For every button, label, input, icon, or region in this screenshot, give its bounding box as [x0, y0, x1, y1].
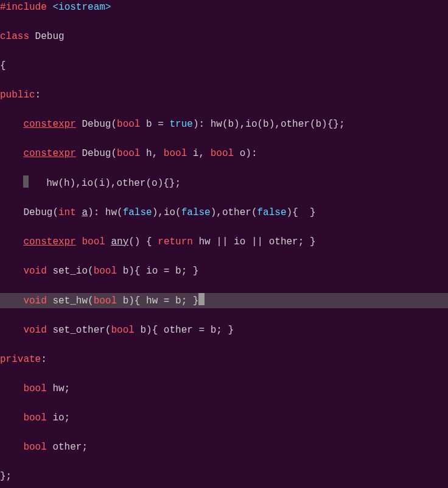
code-token: b = — [140, 119, 169, 130]
code-line: bool hw; — [0, 381, 448, 396]
code-token: void — [23, 266, 46, 277]
code-token: true — [169, 119, 192, 130]
code-token — [0, 325, 23, 336]
code-token: ),other( — [211, 207, 257, 218]
code-token: false — [257, 207, 287, 218]
code-token: : — [35, 90, 41, 101]
code-token: bool — [23, 412, 46, 423]
code-token: void — [23, 325, 46, 336]
code-line: }; — [0, 469, 448, 484]
code-token — [0, 236, 23, 247]
code-token: i, — [187, 148, 210, 159]
code-line: bool io; — [0, 411, 448, 425]
code-token: { — [0, 60, 6, 71]
code-token — [0, 119, 23, 130]
code-editor[interactable]: #include <iostream> class Debug { public… — [0, 0, 448, 488]
code-token: Debug( — [0, 207, 58, 218]
code-token: constexpr — [23, 148, 75, 159]
code-token: bool — [82, 236, 105, 247]
code-token: constexpr — [23, 236, 75, 247]
code-line: Debug(int a): hw(false),io(false),other(… — [0, 205, 448, 220]
code-line: void set_hw(bool b){ hw = b; } — [0, 293, 448, 308]
code-token: hw || io || other; } — [193, 236, 316, 247]
code-token: bool — [23, 442, 46, 453]
code-token: any — [111, 236, 128, 247]
code-token: hw; — [47, 383, 70, 394]
code-token: Debug( — [76, 148, 117, 159]
code-line: constexpr bool any() { return hw || io |… — [0, 235, 448, 249]
code-token: () { — [128, 236, 158, 247]
code-token: class — [0, 31, 29, 42]
code-line: private: — [0, 352, 448, 367]
code-line: #include <iostream> — [0, 0, 448, 15]
code-token: : — [41, 354, 47, 365]
code-token: a — [82, 207, 88, 218]
code-token: h, — [140, 148, 163, 159]
code-token: <iostream> — [52, 2, 111, 13]
code-line: { — [0, 58, 448, 73]
code-token: ){ } — [287, 207, 316, 218]
cursor — [198, 293, 205, 305]
code-token: public — [0, 90, 35, 101]
code-token: private — [0, 354, 41, 365]
code-token: set_hw( — [47, 295, 94, 306]
code-line: public: — [0, 88, 448, 102]
code-token: }; — [0, 471, 12, 482]
code-token — [105, 236, 111, 247]
code-token: bool — [164, 148, 187, 159]
code-line: void set_io(bool b){ io = b; } — [0, 264, 448, 278]
code-token: b){ other = b; } — [135, 325, 234, 336]
code-line: class Debug — [0, 29, 448, 44]
code-token: bool — [111, 325, 134, 336]
code-token: other; — [47, 442, 88, 453]
code-token — [76, 207, 82, 218]
code-token: false — [181, 207, 211, 218]
code-token — [0, 412, 23, 423]
code-token — [0, 383, 23, 394]
code-token: set_other( — [47, 325, 111, 336]
code-token: hw(h),io(i),other(o){}; — [29, 178, 181, 189]
code-line: hw(h),io(i),other(o){}; — [0, 175, 448, 191]
code-token: false — [123, 207, 152, 218]
code-token: Debug — [29, 31, 65, 42]
code-token: bool — [94, 266, 117, 277]
code-token: o): — [234, 148, 257, 159]
code-token: b){ io = b; } — [117, 266, 198, 277]
code-token: int — [58, 207, 76, 218]
code-token — [76, 236, 82, 247]
code-token: Debug( — [76, 119, 117, 130]
code-token — [0, 178, 23, 189]
code-token: return — [158, 236, 193, 247]
code-token: bool — [23, 383, 46, 394]
code-token: bool — [117, 148, 140, 159]
code-token — [0, 148, 23, 159]
code-token: ): hw(b),io(b),other(b){}; — [193, 119, 345, 130]
code-token: constexpr — [23, 119, 75, 130]
code-token: ),io( — [152, 207, 181, 218]
code-token: void — [23, 295, 46, 306]
code-token — [0, 295, 23, 306]
code-token — [0, 442, 23, 453]
code-token: bool — [94, 295, 117, 306]
code-token — [0, 266, 23, 277]
code-token — [47, 2, 53, 13]
code-token: io; — [47, 412, 70, 423]
code-token: b){ hw = b; } — [117, 295, 198, 306]
code-token: set_io( — [47, 266, 94, 277]
code-token: bool — [211, 148, 234, 159]
code-line: void set_other(bool b){ other = b; } — [0, 323, 448, 338]
code-line: constexpr Debug(bool h, bool i, bool o): — [0, 146, 448, 161]
code-line: bool other; — [0, 440, 448, 454]
code-token: #include — [0, 2, 47, 13]
code-token: bool — [117, 119, 140, 130]
code-line: constexpr Debug(bool b = true): hw(b),io… — [0, 117, 448, 132]
code-token: ): hw( — [88, 207, 123, 218]
